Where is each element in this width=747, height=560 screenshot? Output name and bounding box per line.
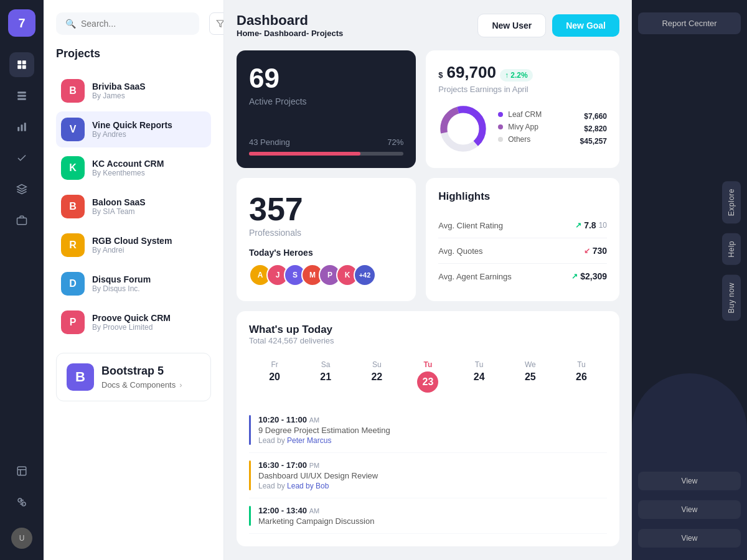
- header-actions: New User New Goal: [477, 14, 619, 37]
- earnings-dollar: $: [438, 70, 443, 80]
- stats-row: 357 Professionals Today's Heroes A J S M…: [237, 178, 619, 301]
- breadcrumb-trail: Home- Dashboard- Projects: [237, 29, 343, 38]
- projects-list: BBriviba SaaSBy JamesVVine Quick Reports…: [56, 73, 211, 340]
- date-23-today[interactable]: Tu 23: [402, 355, 453, 398]
- project-by-3: By SIA Team: [92, 207, 206, 216]
- event-1: 16:30 - 17:00 PM Dashboard UI/UX Design …: [249, 453, 607, 498]
- project-item-5[interactable]: DDisqus ForumBy Disqus Inc.: [56, 266, 211, 302]
- date-24[interactable]: Tu 24: [454, 355, 505, 398]
- new-goal-button[interactable]: New Goal: [552, 14, 619, 37]
- date-20[interactable]: Fr 20: [249, 355, 300, 398]
- earnings-badge: ↑ 2.2%: [500, 69, 533, 82]
- trend-icon-2: ↗: [571, 272, 578, 281]
- report-center-button[interactable]: Report Cecnter: [638, 12, 741, 34]
- svg-rect-11: [17, 218, 27, 225]
- sidebar: 7 U: [0, 0, 44, 560]
- bottom-user-icon[interactable]: U: [9, 526, 34, 551]
- main-header: Dashboard Home- Dashboard- Projects New …: [237, 12, 619, 38]
- project-item-1[interactable]: VVine Quick ReportsBy Andres: [56, 111, 211, 147]
- pending-text: 43 Pending: [249, 138, 290, 147]
- sidebar-item-charts[interactable]: [9, 114, 34, 139]
- svg-marker-10: [17, 185, 27, 190]
- project-name-0: Briviba SaaS: [92, 82, 206, 91]
- sidebar-item-widgets[interactable]: [9, 490, 34, 515]
- event-0: 10:20 - 11:00 AM 9 Degree Project Estima…: [249, 408, 607, 453]
- event-line-1: [249, 460, 251, 490]
- search-input[interactable]: [81, 19, 190, 29]
- svg-rect-3: [22, 65, 26, 69]
- buy-now-button[interactable]: Buy now: [722, 275, 741, 321]
- project-item-6[interactable]: PProove Quick CRMBy Proove Limited: [56, 304, 211, 340]
- date-26[interactable]: Tu 26: [556, 355, 607, 398]
- help-button[interactable]: Help: [722, 233, 741, 265]
- legend-item-2: Others: [498, 135, 570, 144]
- event-2: 12:00 - 13:40 AM Marketing Campaign Disc…: [249, 498, 607, 534]
- project-name-2: KC Account CRM: [92, 159, 206, 169]
- bootstrap-label: Bootstrap 5: [101, 365, 182, 378]
- bootstrap-card: B Bootstrap 5 Docs & Components ›: [56, 353, 211, 401]
- date-25[interactable]: We 25: [505, 355, 556, 398]
- legend-dot-2: [498, 137, 503, 142]
- project-item-4[interactable]: RRGB Cloud SystemBy Andrei: [56, 227, 211, 263]
- legend-dot-1: [498, 124, 503, 129]
- event-lead-1: Lead by Lead by Bob: [258, 482, 607, 490]
- donut-legend: Leaf CRM Mivy App Others: [498, 110, 570, 147]
- date-22[interactable]: Su 22: [351, 355, 402, 398]
- project-logo-2: K: [61, 156, 85, 180]
- project-logo-3: B: [61, 195, 85, 218]
- view-button-2[interactable]: View: [638, 500, 741, 519]
- sidebar-item-grid[interactable]: [9, 83, 34, 108]
- project-logo-6: P: [61, 310, 85, 334]
- projects-panel: 🔍 Projects BBriviba SaaSBy JamesVVine Qu…: [44, 0, 224, 560]
- project-item-3[interactable]: BBaloon SaaSBy SIA Team: [56, 189, 211, 225]
- event-title-1: Dashboard UI/UX Design Review: [258, 471, 607, 480]
- sidebar-item-layout[interactable]: [9, 459, 34, 483]
- highlights-card: Highlights Avg. Client Rating ↗ 7.8 10 A…: [426, 178, 619, 301]
- event-time-1: 16:30 - 17:00 PM: [258, 460, 607, 470]
- sidebar-item-tasks[interactable]: [9, 146, 34, 170]
- project-logo-1: V: [61, 118, 85, 141]
- avatars-row: A J S M P K +42: [249, 264, 403, 286]
- project-name-5: Disqus Forum: [92, 274, 206, 284]
- view-button-3[interactable]: View: [638, 529, 741, 548]
- project-by-0: By James: [92, 91, 206, 100]
- highlight-row-0: Avg. Client Rating ↗ 7.8 10: [438, 213, 607, 238]
- legend-item-1: Mivy App: [498, 123, 570, 131]
- progress-bar-fill: [249, 152, 360, 156]
- bootstrap-icon: B: [67, 363, 94, 391]
- filter-button[interactable]: [209, 12, 224, 35]
- top-cards-row: 69 Active Projects 43 Pending 72% $ 69,7…: [237, 50, 619, 168]
- project-item-2[interactable]: KKC Account CRMBy Keenthemes: [56, 150, 211, 186]
- right-sidebar: Report Cecnter Explore Help Buy now View…: [632, 0, 747, 560]
- donut-row: Leaf CRM Mivy App Others $7,660 $2,820 $…: [438, 104, 607, 154]
- avatar-more: +42: [354, 264, 376, 286]
- calendar-title: What's up Today: [249, 324, 607, 336]
- pending-pct: 72%: [387, 138, 403, 147]
- view-button-1[interactable]: View: [638, 472, 741, 490]
- active-projects-number: 69: [249, 63, 403, 94]
- legend-item-0: Leaf CRM: [498, 110, 570, 119]
- project-name-3: Baloon SaaS: [92, 197, 206, 207]
- date-21[interactable]: Sa 21: [300, 355, 351, 398]
- new-user-button[interactable]: New User: [477, 14, 546, 37]
- user-avatar[interactable]: 7: [8, 9, 35, 37]
- sidebar-item-dashboard[interactable]: [9, 52, 34, 77]
- project-by-1: By Andres: [92, 130, 206, 139]
- sidebar-item-layers[interactable]: [9, 177, 34, 202]
- docs-link[interactable]: Docs & Components ›: [101, 380, 182, 390]
- breadcrumb: Dashboard Home- Dashboard- Projects: [237, 12, 343, 38]
- event-title-0: 9 Degree Project Estimation Meeting: [258, 426, 607, 435]
- svg-rect-2: [17, 65, 21, 69]
- svg-rect-5: [17, 95, 26, 97]
- explore-button[interactable]: Explore: [722, 181, 741, 223]
- sidebar-item-briefcase[interactable]: [9, 208, 34, 233]
- calendar-header: What's up Today Total 424,567 deliveries: [249, 324, 607, 345]
- trend-icon-1: ↙: [584, 246, 590, 255]
- project-item-0[interactable]: BBriviba SaaSBy James: [56, 73, 211, 109]
- calendar-dates: Fr 20 Sa 21 Su 22 Tu 23 Tu 24 We 25: [249, 355, 607, 398]
- project-name-6: Proove Quick CRM: [92, 313, 206, 323]
- calendar-card: What's up Today Total 424,567 deliveries…: [237, 311, 619, 546]
- svg-marker-19: [217, 21, 224, 27]
- projects-title: Projects: [56, 47, 211, 60]
- svg-rect-9: [24, 123, 26, 131]
